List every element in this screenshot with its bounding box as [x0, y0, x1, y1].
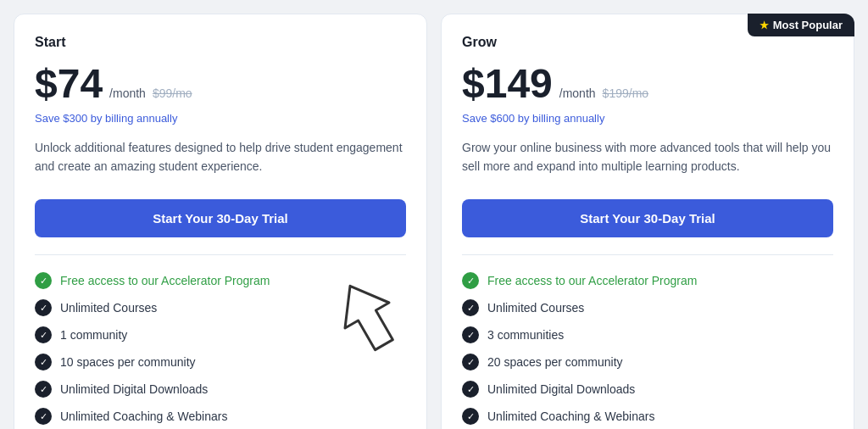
save-text-grow[interactable]: Save $600 by billing annually — [462, 112, 833, 125]
list-item: ✓Unlimited Courses — [462, 299, 833, 316]
price-row-start: $74/month$99/mo — [35, 60, 406, 107]
price-main-start: $74 — [35, 60, 103, 107]
list-item: ✓Unlimited Digital Downloads — [462, 381, 833, 398]
pricing-container: Start$74/month$99/moSave $300 by billing… — [14, 14, 854, 429]
price-main-grow: $149 — [462, 60, 553, 107]
feature-text: Unlimited Courses — [60, 301, 157, 315]
check-icon: ✓ — [35, 326, 52, 343]
feature-text: Free access to our Accelerator Program — [487, 274, 697, 287]
plan-description-grow: Grow your online business with more adva… — [462, 138, 833, 182]
list-item: ✓Free access to our Accelerator Program — [35, 272, 406, 289]
price-row-grow: $149/month$199/mo — [462, 60, 833, 107]
divider-grow — [462, 254, 833, 255]
features-list-grow: ✓Free access to our Accelerator Program✓… — [462, 272, 833, 429]
price-original-grow: $199/mo — [603, 86, 648, 100]
feature-text: 3 communities — [487, 328, 564, 342]
check-icon: ✓ — [35, 381, 52, 398]
list-item: ✓20 spaces per community — [462, 354, 833, 370]
feature-text: Unlimited Digital Downloads — [487, 382, 635, 396]
trial-button-grow[interactable]: Start Your 30-Day Trial — [462, 199, 833, 237]
check-icon: ✓ — [35, 354, 52, 370]
price-period-start: /month — [109, 86, 146, 100]
plan-name-start: Start — [35, 35, 406, 50]
plan-card-grow: ★Most PopularGrow$149/month$199/moSave $… — [441, 14, 854, 429]
list-item: ✓10 spaces per community — [35, 354, 406, 370]
list-item: ✓Unlimited Coaching & Webinars — [35, 408, 406, 425]
check-icon: ✓ — [462, 272, 479, 289]
list-item: ✓Unlimited Digital Downloads — [35, 381, 406, 398]
feature-text: Free access to our Accelerator Program — [60, 274, 270, 287]
features-list-start: ✓Free access to our Accelerator Program✓… — [35, 272, 406, 429]
check-icon: ✓ — [35, 408, 52, 425]
feature-text: Unlimited Coaching & Webinars — [487, 410, 654, 423]
feature-text: Unlimited Courses — [487, 301, 584, 315]
check-icon: ✓ — [462, 354, 479, 370]
plan-description-start: Unlock additional features designed to h… — [35, 138, 406, 182]
price-period-grow: /month — [559, 86, 596, 100]
check-icon: ✓ — [35, 299, 52, 316]
feature-text: Unlimited Digital Downloads — [60, 382, 208, 396]
check-icon: ✓ — [462, 299, 479, 316]
list-item: ✓Unlimited Courses — [35, 299, 406, 316]
list-item: ✓Unlimited Coaching & Webinars — [462, 408, 833, 425]
check-icon: ✓ — [462, 381, 479, 398]
check-icon: ✓ — [462, 408, 479, 425]
most-popular-label: Most Popular — [773, 19, 843, 31]
plan-card-start: Start$74/month$99/moSave $300 by billing… — [14, 14, 427, 429]
trial-button-start[interactable]: Start Your 30-Day Trial — [35, 199, 406, 237]
star-icon: ★ — [760, 20, 769, 31]
price-original-start: $99/mo — [153, 86, 192, 100]
plan-name-grow: Grow — [462, 35, 833, 50]
divider-start — [35, 254, 406, 255]
list-item: ✓1 community — [35, 326, 406, 343]
most-popular-badge: ★Most Popular — [748, 14, 854, 36]
list-item: ✓Free access to our Accelerator Program — [462, 272, 833, 289]
list-item: ✓3 communities — [462, 326, 833, 343]
feature-text: Unlimited Coaching & Webinars — [60, 410, 227, 423]
check-icon: ✓ — [35, 272, 52, 289]
check-icon: ✓ — [462, 326, 479, 343]
feature-text: 1 community — [60, 328, 127, 342]
save-text-start[interactable]: Save $300 by billing annually — [35, 112, 406, 125]
feature-text: 20 spaces per community — [487, 355, 623, 369]
feature-text: 10 spaces per community — [60, 355, 196, 369]
